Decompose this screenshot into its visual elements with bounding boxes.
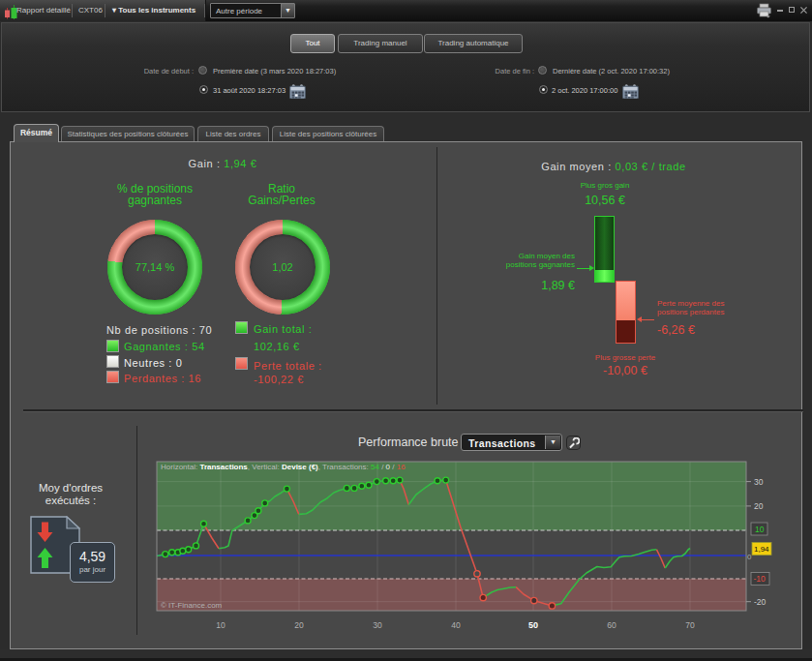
svg-text:30: 30 [754, 477, 764, 487]
svg-text:1,94: 1,94 [754, 545, 769, 554]
svg-text:70: 70 [685, 620, 695, 630]
svg-text:20: 20 [754, 501, 764, 511]
svg-text:-10: -10 [754, 574, 767, 584]
svg-text:Horizontal: Transactions, Vert: Horizontal: Transactions, Vertical: Devi… [161, 463, 406, 471]
svg-text:© IT-Finance.com: © IT-Finance.com [161, 601, 223, 610]
svg-text:0: 0 [747, 553, 752, 561]
svg-text:30: 30 [373, 620, 382, 630]
svg-text:10: 10 [216, 620, 226, 630]
svg-text:-20: -20 [754, 597, 767, 607]
svg-text:60: 60 [607, 620, 617, 630]
svg-text:40: 40 [451, 620, 461, 630]
svg-text:10: 10 [755, 525, 765, 534]
svg-text:50: 50 [528, 620, 538, 630]
svg-text:20: 20 [294, 620, 304, 630]
